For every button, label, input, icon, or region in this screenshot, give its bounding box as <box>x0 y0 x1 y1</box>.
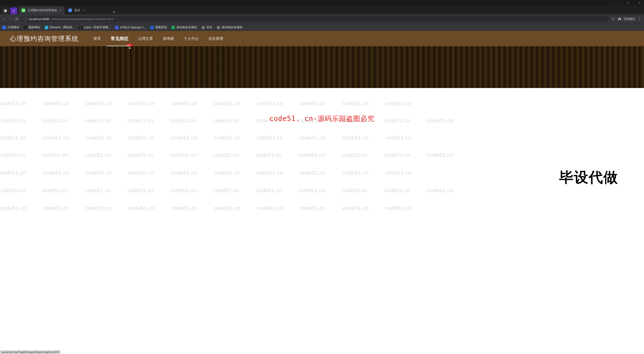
watermark-text: code51.cn <box>384 117 410 124</box>
bookmark-label: 百度翻译 <box>8 25 19 29</box>
bookmark-item[interactable]: 图标网站 <box>24 25 40 29</box>
nav-common-symptoms[interactable]: 常见病症➤ <box>108 31 131 46</box>
nav-articles[interactable]: 心理文章 <box>136 31 156 46</box>
nav-admin[interactable]: 后台管理 <box>206 31 226 46</box>
svg-point-1 <box>620 19 621 20</box>
watermark-text: code51.cn <box>171 205 197 211</box>
tab-favicon-icon <box>68 8 72 12</box>
watermark-text: code51.cn <box>42 152 68 158</box>
watermark-text: code51.cn <box>342 187 368 194</box>
bookmark-item[interactable]: LLayui - 经典开源模... <box>79 25 111 29</box>
watermark-text: code51.cn <box>214 135 240 141</box>
browser-addrbar: ← → ⟳ i localhost:8080/xinliyuyuezixungu… <box>0 14 644 23</box>
watermark-text: code51.cn <box>84 117 111 124</box>
back-button[interactable]: ← <box>2 17 6 21</box>
watermark-text: code51.cn <box>342 152 368 158</box>
watermark-text: code51.cn <box>84 187 111 194</box>
watermark-text: code51.cn <box>214 205 240 211</box>
bookmarks-bar: 百度翻译 图标网站 Element - 网站快... LLayui - 经典开源… <box>0 23 644 31</box>
site-header: 心理预约咨询管理系统 首页 常见病症➤ 心理文章 咨询师 个人中心 后台管理 <box>0 31 644 46</box>
nav-personal-center[interactable]: 个人中心 <box>181 31 201 46</box>
forward-button[interactable]: → <box>9 17 13 21</box>
watermark-text: code51.cn <box>257 205 283 211</box>
site-nav: 首页 常见病症➤ 心理文章 咨询师 个人中心 后台管理 <box>91 31 226 46</box>
bookmark-favicon-icon <box>150 26 154 29</box>
window-maximize-button[interactable]: ▢ <box>624 1 631 4</box>
watermark-text: code51.cn <box>427 152 453 158</box>
watermark-text: code51.cn <box>128 100 154 107</box>
bookmark-label: 表结构命名规则 <box>222 25 242 29</box>
browser-menu-button[interactable]: ⋮ <box>638 17 642 21</box>
watermark-text: code51.cn <box>128 117 154 124</box>
square-icon <box>4 9 7 12</box>
watermark-text: code51.cn <box>43 170 69 176</box>
tab-close-button[interactable]: × <box>60 8 62 12</box>
nav-home[interactable]: 首页 <box>91 31 103 46</box>
bookmark-item[interactable]: 表结构命名规则 <box>217 25 242 29</box>
tabbar-leading-icon[interactable] <box>2 7 9 14</box>
bookmark-label: Layui - 经典开源模... <box>84 25 111 29</box>
watermark-text: code51.cn <box>213 117 239 124</box>
incognito-icon <box>618 17 622 21</box>
watermark-text: code51.cn <box>43 100 69 107</box>
bookmark-favicon-icon <box>202 26 205 29</box>
nav-counselors[interactable]: 咨询师 <box>160 31 176 46</box>
bookmark-label: 首页 <box>206 25 212 29</box>
tabbar-extension-icon[interactable]: V <box>10 7 17 14</box>
address-field[interactable]: i localhost:8080/xinliyuyuezixunguanlixi… <box>21 16 609 22</box>
site-info-icon[interactable]: i <box>23 17 27 21</box>
incognito-label: 无痕模式 <box>623 17 635 21</box>
watermark-text: code51.cn <box>385 100 411 107</box>
watermark-text: code51.cn <box>86 100 112 107</box>
page-viewport: 心理预约咨询管理系统 首页 常见病症➤ 心理文章 咨询师 个人中心 后台管理 c… <box>0 31 644 354</box>
bookmark-favicon-icon <box>217 26 220 29</box>
tab-label: 心理预约咨询管理系统 <box>28 8 57 12</box>
watermark-text: code51.cn <box>170 117 196 124</box>
watermark-text: code51.cn <box>256 187 282 194</box>
nav-label: 个人中心 <box>184 36 198 41</box>
bookmark-item[interactable]: 首页 <box>202 25 212 29</box>
watermark-text: code51.cn <box>0 117 25 124</box>
reload-button[interactable]: ⟳ <box>15 17 18 21</box>
window-close-button[interactable]: ✕ <box>636 1 643 4</box>
watermark-text: code51.cn <box>299 152 325 158</box>
watermark-text: code51.cn <box>170 187 196 194</box>
watermark-text: code51.cn <box>0 152 25 158</box>
bookmark-item[interactable]: HTML5 Website T... <box>115 26 146 29</box>
watermark-text: code51.cn <box>256 152 282 158</box>
url-path: /xinliyuyuezixunguanlixitong/front/index… <box>51 17 113 21</box>
watermark-text: code51.cn <box>300 205 326 211</box>
watermark-text: code51.cn <box>171 135 197 141</box>
window-minimize-button[interactable]: — <box>612 1 620 4</box>
letter-icon: V <box>13 9 14 12</box>
watermark-text: code51.cn <box>214 100 240 107</box>
watermark-text: code51.cn <box>299 187 325 194</box>
watermark-text: code51.cn <box>0 187 25 194</box>
tab-close-button[interactable]: × <box>83 8 84 12</box>
nav-label: 后台管理 <box>208 36 223 41</box>
bookmark-item[interactable]: 搜索壁纸 <box>150 25 167 29</box>
bookmark-favicon-icon: L <box>79 26 82 29</box>
bookmark-item[interactable]: 表结构命名规则 <box>172 25 197 29</box>
new-tab-button[interactable]: + <box>111 10 117 14</box>
watermark-text: code51.cn <box>257 100 283 107</box>
watermark-text: code51.cn <box>171 100 197 107</box>
browser-tab[interactable]: 首页 × <box>66 6 110 14</box>
watermark-text: code51.cn <box>214 170 240 176</box>
watermark-text: code51.cn <box>42 187 68 194</box>
site-title: 心理预约咨询管理系统 <box>10 34 79 43</box>
bookmark-label: Element - 网站快... <box>50 25 74 29</box>
watermark-text: code51.cn <box>342 205 368 211</box>
watermark-text: code51.cn <box>171 170 197 176</box>
watermark-layer: code51.cncode51.cncode51.cncode51.cncode… <box>0 88 644 354</box>
bookmark-star-button[interactable]: ☆ <box>612 17 615 21</box>
incognito-indicator[interactable]: 无痕模式 <box>618 17 635 21</box>
bookmark-item[interactable]: Element - 网站快... <box>45 25 74 29</box>
banner-image <box>0 46 644 88</box>
watermark-text: code51.cn <box>86 205 112 211</box>
watermark-text: code51.cn <box>342 100 368 107</box>
tab-label: 首页 <box>74 8 80 12</box>
watermark-text: code51.cn <box>385 205 411 211</box>
bookmark-item[interactable]: 百度翻译 <box>2 25 19 29</box>
browser-tab-active[interactable]: 心理预约咨询管理系统 × <box>19 6 64 14</box>
